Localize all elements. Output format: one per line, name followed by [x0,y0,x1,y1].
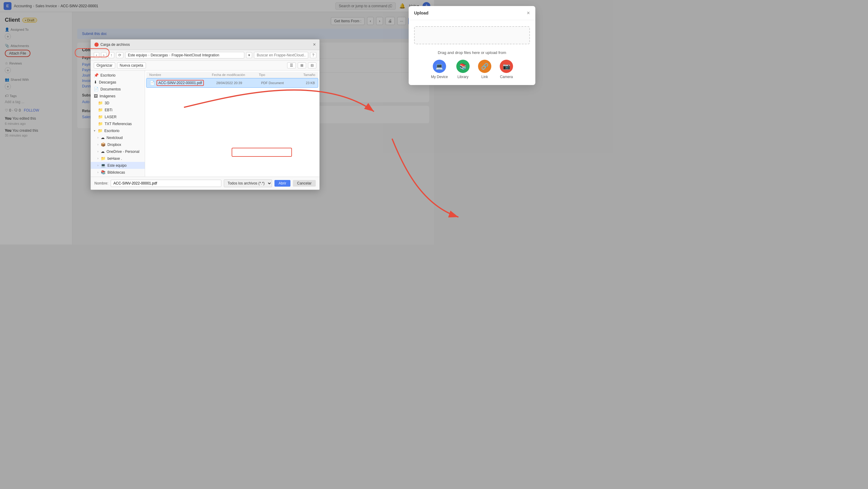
file-explorer-title: Carga de archivos [94,42,130,47]
computer-icon: 💻 [101,163,105,168]
fe-sidebar-onedrive[interactable]: › ☁ OneDrive - Personal [91,148,145,155]
col-tipo: Tipo [259,73,290,76]
device-icon: 💻 [433,60,434,73]
col-nombre: Nombre [149,73,212,76]
dropbox-icon: 📦 [101,142,105,147]
fe-path-dropdown-button[interactable]: ▾ [246,52,252,58]
fe-sidebar-ebti[interactable]: 📁 EBTi [91,106,145,113]
fe-open-button[interactable]: Abrir [275,180,290,187]
fe-sidebar-escritorio-expand[interactable]: ▾ 📁 Escritorio [91,127,145,134]
device-label: My Device [431,75,434,79]
fe-sidebar: 📌 Escritorio ⬇ Descargas 📄 Documentos 🖼 … [91,70,145,177]
path-part-2: Descargas [151,53,168,57]
folder-ebti-icon: 📁 [98,108,103,112]
file-name: ACC-SINV-2022-00001.pdf [157,80,216,86]
file-explorer-titlebar: Carga de archivos × [91,39,319,50]
dropzone[interactable] [414,26,434,44]
chevron-right-icon: › [97,136,98,139]
upload-from-label: Drag and drop files here or upload from [414,50,434,55]
fe-view-details-button[interactable]: ⊞ [298,62,306,68]
fe-file-list: Nombre Fecha de modificación Tipo Tamaño… [145,70,319,177]
fe-sidebar-dropbox[interactable]: › 📦 Dropbox [91,141,145,148]
path-part-1: Este equipo [128,53,147,57]
chevron-right-icon-5: › [97,164,98,167]
fe-new-folder-button[interactable]: Nueva carpeta [117,62,146,68]
modal-header: Upload × [409,6,434,20]
fe-sidebar-descargas[interactable]: ⬇ Descargas [91,79,145,86]
onedrive-icon: ☁ [101,149,105,154]
fe-content: 📌 Escritorio ⬇ Descargas 📄 Documentos 🖼 … [91,70,319,177]
fe-footer-nombre-label: Nombre: [94,181,108,186]
fe-cancel-button[interactable]: Cancelar [293,180,316,187]
chevron-right-icon-4: › [97,157,98,160]
fe-sidebar-nextcloud[interactable]: › ☁ Nextcloud [91,134,145,141]
file-explorer: Carga de archivos × ‹ › ↑ ⟳ Este equipo … [91,39,320,190]
upload-my-device[interactable]: 💻 My Device [431,60,434,79]
fe-sidebar-3d[interactable]: 📁 3D [91,99,145,106]
file-explorer-toolbar: ‹ › ↑ ⟳ Este equipo › Descargas › Frappe… [91,50,319,61]
fe-filter-select[interactable]: Todos los archivos (*.*) [224,180,272,187]
fe-filename-input[interactable] [111,180,221,187]
folder-3d-icon: 📁 [98,101,103,105]
folder-laser-icon: 📁 [98,115,103,119]
upload-modal: Upload × Drag and drop files here or upl… [409,6,434,85]
bibliotecas-icon: 📚 [101,170,105,174]
nextcloud-icon: ☁ [101,135,105,140]
window-icon [94,42,99,47]
fe-sidebar-txt-ref[interactable]: 📁 TXT Referencias [91,120,145,127]
fe-forward-button[interactable]: › [101,52,106,58]
fe-actions-bar: Organizar Nueva carpeta ☰ ⊞ ⊟ [91,61,319,70]
documents-icon: 📄 [94,87,99,91]
fe-sidebar-bibliotecas[interactable]: › 📚 Bibliotecas [91,169,145,176]
chevron-right-icon-3: › [97,150,98,153]
download-icon: ⬇ [94,80,97,85]
fe-view-list-button[interactable]: ☰ [287,62,296,68]
fe-sidebar-behaxe[interactable]: › 📁 beHaxe . [91,155,145,162]
file-name-highlighted: ACC-SINV-2022-00001.pdf [157,80,204,86]
fe-back-button[interactable]: ‹ [94,52,99,58]
folder-escritorio-icon: 📁 [98,128,102,133]
fe-search-input[interactable] [254,52,308,59]
modal-body: Drag and drop files here or upload from … [409,20,434,85]
folder-behaxe-icon: 📁 [101,156,105,161]
fe-view-icons-button[interactable]: ⊟ [308,62,316,68]
file-size: 23 KB [291,81,315,85]
file-item-pdf[interactable]: 📄 ACC-SINV-2022-00001.pdf 28/04/2022 20:… [146,78,318,88]
modal-title: Upload [414,10,428,15]
fe-sidebar-documentos[interactable]: 📄 Documentos [91,86,145,93]
file-date: 28/04/2022 20:39 [216,81,261,85]
chevron-right-icon-2: › [97,143,98,146]
col-tamano: Tamaño [290,73,315,76]
file-explorer-title-text: Carga de archivos [100,42,130,47]
fe-sidebar-este-equipo[interactable]: › 💻 Este equipo [91,162,145,169]
fe-refresh-button[interactable]: ⟳ [116,52,123,58]
upload-options: 💻 My Device 📚 Library 🔗 Link 📷 Camera [414,60,434,79]
fe-sidebar-escritorio-pin[interactable]: 📌 Escritorio [91,72,145,79]
folder-txt-icon: 📁 [98,122,103,126]
fe-help-button[interactable]: ? [310,52,316,58]
fe-organize-button[interactable]: Organizar [94,62,115,68]
fe-footer: Nombre: Todos los archivos (*.*) Abrir C… [91,177,319,190]
chevron-down-icon: ▾ [94,129,95,132]
path-part-3: Frappe-NextCloud Integration [172,53,219,57]
fe-file-header: Nombre Fecha de modificación Tipo Tamaño [146,72,318,78]
folder-icon: 📌 [94,73,99,77]
pdf-icon: 📄 [150,80,155,85]
fe-up-button[interactable]: ↑ [108,52,114,58]
chevron-right-icon-6: › [97,171,98,174]
fe-sidebar-laser[interactable]: 📁 LASER [91,113,145,120]
file-type: PDF Document [261,81,291,85]
file-explorer-close-button[interactable]: × [313,42,316,47]
col-fecha: Fecha de modificación [212,73,259,76]
images-icon: 🖼 [94,94,98,98]
fe-sidebar-imagenes[interactable]: 🖼 Imágenes [91,93,145,99]
file-explorer-path[interactable]: Este equipo › Descargas › Frappe-NextClo… [125,52,244,59]
